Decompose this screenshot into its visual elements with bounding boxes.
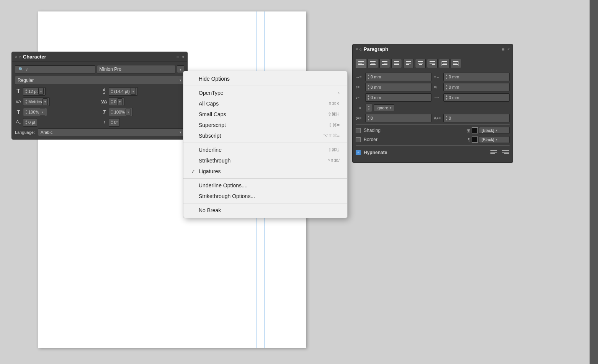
align-away-spine-btn[interactable]	[439, 59, 449, 68]
space-after-field[interactable]: ▲ ▼ 0 mm	[365, 93, 431, 102]
align-right-btn[interactable]	[379, 59, 390, 68]
dropcap-lines-spinners[interactable]: ▲ ▼	[367, 115, 370, 121]
dropcap-chars-up[interactable]: ▲	[445, 115, 448, 118]
menu-item-superscript[interactable]: Superscript ⇧⌘=	[183, 120, 347, 130]
last-line-up[interactable]: ▲	[445, 84, 448, 87]
hscale-dropdown[interactable]: ▾	[126, 109, 131, 115]
font-size-field[interactable]: ▲ ▼ 12 pt ▾	[23, 87, 46, 96]
paragraph-panel-menu[interactable]: ≡	[502, 47, 504, 52]
font-size-up[interactable]: ▲	[25, 88, 28, 91]
kerning-field[interactable]: ▲ ▼ Metrics ▾	[23, 98, 50, 106]
border-color-dropdown[interactable]: [Black] ▾	[479, 136, 510, 143]
menu-item-strikethrough-options[interactable]: Strikethrough Options...	[183, 191, 347, 202]
font-name-field[interactable]: Minion Pro	[97, 65, 176, 73]
menu-item-hide-options[interactable]: Hide Options	[183, 73, 347, 84]
menu-item-all-caps[interactable]: All Caps ⇧⌘K	[183, 98, 347, 109]
dropcap-chars-spinners[interactable]: ▲ ▼	[445, 115, 448, 121]
shading-checkbox[interactable]	[356, 128, 361, 133]
last-line-field[interactable]: ▲ ▼ 0 mm	[443, 83, 510, 91]
right-indent2-down[interactable]: ▼	[445, 98, 448, 101]
space-before-spinners[interactable]: ▲ ▼	[367, 84, 370, 90]
vscale-spinners[interactable]: ▲ ▼	[25, 109, 28, 115]
baseline-spinners[interactable]: ▲ ▼	[25, 119, 28, 125]
right-indent-up[interactable]: ▲	[445, 74, 448, 77]
menu-item-ligatures[interactable]: ✓ Ligatures	[183, 166, 347, 177]
right-indent2-up[interactable]: ▲	[445, 94, 448, 98]
align-left-btn[interactable]	[356, 59, 366, 68]
kerning-down[interactable]: ▼	[25, 102, 28, 105]
leading-field[interactable]: ▲ ▼ (14.4 pt) ▾	[109, 87, 138, 96]
menu-item-underline[interactable]: Underline ⇧⌘U	[183, 145, 347, 155]
dropcap-lines-down[interactable]: ▼	[367, 118, 370, 121]
vscale-dropdown[interactable]: ▾	[40, 109, 45, 115]
dropcap-chars-down[interactable]: ▼	[445, 118, 448, 121]
shading-color-dropdown[interactable]: [Black] ▾	[479, 127, 510, 134]
font-size-down[interactable]: ▼	[25, 91, 28, 94]
leading-down[interactable]: ▼	[111, 91, 113, 94]
baseline-field[interactable]: ▲ ▼ 0 pt	[23, 118, 37, 127]
baseline-up[interactable]: ▲	[25, 119, 28, 122]
menu-item-strikethrough[interactable]: Strikethrough ^⇧⌘/	[183, 155, 347, 166]
tracking-field[interactable]: ▲ ▼ 0 ▾	[109, 98, 124, 106]
kerning-dropdown[interactable]: ▾	[42, 98, 48, 105]
dropcap-chars-field[interactable]: ▲ ▼ 0	[443, 114, 510, 122]
align-justify-btn[interactable]	[391, 59, 402, 68]
hscale-down[interactable]: ▼	[111, 112, 113, 115]
shading-color-swatch[interactable]	[472, 127, 478, 133]
border-checkbox[interactable]	[356, 137, 361, 142]
menu-item-subscript[interactable]: Subscript ⌥⇧⌘=	[183, 130, 347, 141]
character-panel-collapse[interactable]: «	[182, 55, 184, 59]
left-indent-up[interactable]: ▲	[367, 74, 370, 77]
right-indent2-field[interactable]: ▲ ▼ 0 mm	[443, 93, 510, 102]
last-line-spinners[interactable]: ▲ ▼	[445, 84, 448, 90]
align-justify-last-right-btn[interactable]	[427, 59, 438, 68]
vscale-down[interactable]: ▼	[25, 112, 28, 115]
vscale-up[interactable]: ▲	[25, 109, 28, 112]
character-panel-menu[interactable]: ≡	[176, 54, 179, 60]
skew-field[interactable]: ▲ ▼ 0°	[109, 118, 120, 127]
left-indent-field[interactable]: ▲ ▼ 0 mm	[365, 73, 431, 81]
space-after-spinners[interactable]: ▲ ▼	[367, 94, 370, 101]
hscale-field[interactable]: ▲ ▼ 100% ▾	[109, 108, 133, 116]
space-before-field[interactable]: ▲ ▼ 0 mm	[365, 83, 431, 91]
font-size-spinners[interactable]: ▲ ▼	[25, 88, 28, 94]
space-before-up[interactable]: ▲	[367, 84, 370, 87]
border-color-swatch[interactable]	[472, 136, 478, 143]
skew-spinners[interactable]: ▲ ▼	[111, 119, 113, 125]
align-justify-last-center-btn[interactable]	[415, 59, 426, 68]
ignore-down[interactable]: ▼	[368, 108, 370, 111]
menu-item-no-break[interactable]: No Break	[183, 205, 347, 216]
ignore-spinners[interactable]: ▲ ▼	[368, 105, 370, 111]
hyphenate-checkbox[interactable]: ✓	[356, 150, 361, 155]
menu-item-opentype[interactable]: OpenType ›	[183, 88, 347, 98]
leading-up[interactable]: ▲	[111, 88, 113, 91]
right-indent-down[interactable]: ▼	[445, 77, 448, 80]
menu-item-small-caps[interactable]: Small Caps ⇧⌘H	[183, 109, 347, 120]
ignore-up[interactable]: ▲	[368, 105, 370, 108]
left-indent-spinners[interactable]: ▲ ▼	[367, 74, 370, 80]
space-before-down[interactable]: ▼	[367, 87, 370, 90]
font-search-input[interactable]: 🔍 ∨	[15, 65, 95, 73]
right-indent-spinners[interactable]: ▲ ▼	[445, 74, 448, 80]
tracking-down[interactable]: ▼	[111, 102, 113, 105]
kerning-up[interactable]: ▲	[25, 99, 28, 102]
hscale-up[interactable]: ▲	[111, 109, 113, 112]
ignore-spinner[interactable]: ▲ ▼	[366, 104, 372, 112]
tracking-spinners[interactable]: ▲ ▼	[111, 99, 113, 105]
shading-grid-icon[interactable]: ⊞	[466, 128, 471, 133]
space-after-up[interactable]: ▲	[367, 94, 370, 98]
font-size-dropdown[interactable]: ▾	[38, 88, 44, 95]
skew-up[interactable]: ▲	[111, 119, 113, 122]
border-grid-icon[interactable]: ¶	[468, 137, 471, 143]
right-indent2-spinners[interactable]: ▲ ▼	[445, 94, 448, 101]
space-after-down[interactable]: ▼	[367, 98, 370, 101]
leading-spinners[interactable]: ▲ ▼	[111, 88, 113, 94]
paragraph-panel-close[interactable]: ×	[356, 47, 358, 51]
left-indent-down[interactable]: ▼	[367, 77, 370, 80]
tracking-up[interactable]: ▲	[111, 99, 113, 102]
character-panel-close[interactable]: ×	[15, 55, 17, 59]
hscale-spinners[interactable]: ▲ ▼	[111, 109, 113, 115]
baseline-down[interactable]: ▼	[25, 122, 28, 125]
dropcap-lines-up[interactable]: ▲	[367, 115, 370, 118]
right-indent-field[interactable]: ▲ ▼ 0 mm	[443, 73, 510, 81]
